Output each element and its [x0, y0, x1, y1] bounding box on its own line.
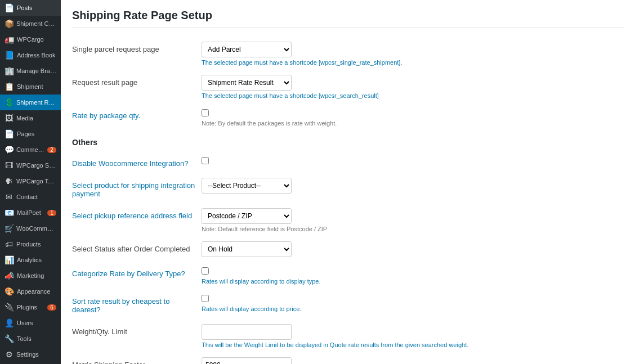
label-request-result: Request result page [72, 70, 202, 104]
sidebar-label-contact: Contact [16, 194, 38, 200]
mailpoet-icon: 📧 [5, 208, 14, 217]
row-single-parcel: Single parcel request page Add ParcelHom… [72, 37, 624, 70]
label-disable-woo: Disable Woocommerce Integration? [72, 151, 202, 173]
input-metric-shipping[interactable] [202, 357, 292, 364]
others-form-table: Disable Woocommerce Integration? Select … [72, 151, 624, 364]
analytics-icon: 📊 [5, 255, 14, 264]
sidebar-label-posts: Posts [17, 5, 33, 11]
label-sort-rate: Sort rate result by cheapest to dearest? [72, 289, 202, 320]
sidebar-item-pages[interactable]: 📄Pages [0, 126, 61, 142]
row-metric-shipping: Metric Shipping Factor Use as divisor in… [72, 353, 624, 364]
sidebar-label-analytics: Analytics [17, 257, 42, 263]
note-pickup-ref: Note: Default reference field is Postcod… [202, 226, 624, 232]
sidebar-item-media[interactable]: 🖼Media [0, 110, 61, 126]
sidebar-item-manage-branches[interactable]: 🏢Manage Branches [0, 63, 61, 79]
input-weight-qty-limit[interactable] [202, 324, 292, 340]
wpcargo-icon: 🚛 [5, 35, 14, 44]
pages-icon: 📄 [5, 129, 14, 138]
label-rate-by-package: Rate by package qty. [72, 104, 202, 131]
select-single-parcel[interactable]: Add ParcelHomeAbout [202, 42, 292, 57]
sidebar-label-wpcargo-sliders: WPCargo Sliders [16, 162, 56, 169]
sidebar-item-tools[interactable]: 🔧Tools [0, 331, 61, 347]
sidebar-item-analytics[interactable]: 📊Analytics [0, 252, 61, 268]
sidebar-item-shipment[interactable]: 📋Shipment [0, 79, 61, 95]
sidebar-label-marketing: Marketing [17, 272, 44, 279]
sidebar-item-marketing[interactable]: 📣Marketing [0, 268, 61, 284]
sidebar-item-users[interactable]: 👤Users [0, 315, 61, 331]
appearance-icon: 🎨 [5, 287, 14, 296]
sidebar-item-products[interactable]: 🏷Products [0, 236, 61, 252]
row-request-result: Request result page Shipment Rate Result… [72, 70, 624, 104]
sidebar-label-shipment-rates: Shipment Rates [16, 99, 56, 106]
row-rate-by-package: Rate by package qty. Note: By default th… [72, 104, 624, 131]
sidebar-item-contact[interactable]: ✉Contact [0, 189, 61, 205]
sidebar-item-wpcargo[interactable]: 🚛WPCargo [0, 32, 61, 47]
note-rate-by-package: Note: By default the packages is rate wi… [202, 120, 624, 127]
sidebar-label-mailpoet: MailPoet [17, 209, 41, 216]
address-book-icon: 📘 [5, 51, 14, 60]
sidebar-label-address-book: Address Book [17, 52, 55, 59]
sidebar-label-tools: Tools [17, 335, 32, 342]
sidebar-item-comments[interactable]: 💬Comments2 [0, 142, 61, 158]
plugins-icon: 🔌 [5, 303, 14, 312]
sidebar-label-users: Users [17, 320, 33, 326]
posts-icon: 📄 [5, 3, 14, 12]
sidebar-item-address-book[interactable]: 📘Address Book [0, 47, 61, 63]
row-disable-woo: Disable Woocommerce Integration? [72, 151, 624, 173]
woocommerce-icon: 🛒 [5, 224, 14, 233]
wpcargo-sliders-icon: 🎞 [5, 161, 14, 170]
select-status-after-order[interactable]: On HoldProcessingCompleted [202, 241, 292, 257]
sidebar-label-plugins: Plugins [17, 304, 37, 311]
checkbox-disable-woo[interactable] [202, 157, 209, 164]
sidebar-label-woocommerce: WooCommerce [16, 225, 56, 232]
badge-mailpoet: 1 [47, 210, 56, 216]
sidebar-item-shipment-rates[interactable]: 💲Shipment Rates [0, 95, 61, 110]
sidebar-item-plugins[interactable]: 🔌Plugins6 [0, 299, 61, 315]
checkbox-categorize-rate[interactable] [202, 267, 209, 275]
label-categorize-rate: Categorize Rate by Delivery Type? [72, 262, 202, 289]
shipment-container-icon: 📦 [5, 19, 14, 28]
sidebar-item-settings[interactable]: ⚙Settings [0, 347, 61, 362]
sidebar-label-appearance: Appearance [17, 288, 50, 295]
sidebar-label-wpcargo: WPCargo [17, 36, 44, 43]
sidebar-label-shipment: Shipment [17, 83, 43, 90]
select-request-result[interactable]: Shipment Rate ResultHomeAbout [202, 75, 292, 91]
sidebar-item-appearance[interactable]: 🎨Appearance [0, 284, 61, 299]
label-select-product: Select product for shipping integration … [72, 173, 202, 204]
contact-icon: ✉ [5, 192, 14, 201]
sidebar-label-manage-branches: Manage Branches [16, 68, 56, 74]
row-sort-rate: Sort rate result by cheapest to dearest?… [72, 289, 624, 320]
note-sort-rate: Rates will display according to price. [202, 305, 624, 312]
users-icon: 👤 [5, 318, 14, 327]
row-categorize-rate: Categorize Rate by Delivery Type? Rates … [72, 262, 624, 289]
hint-weight-qty: This will be the Weight Limit to be disp… [202, 341, 624, 348]
sidebar-label-pages: Pages [17, 131, 34, 137]
sidebar-item-mailpoet[interactable]: 📧MailPoet1 [0, 205, 61, 221]
shipment-icon: 📋 [5, 82, 14, 91]
sidebar-item-shipment-container[interactable]: 📦Shipment Container [0, 16, 61, 32]
sidebar-label-comments: Comments [16, 146, 44, 153]
sidebar-item-wpcargo-testimonials[interactable]: 🗣WPCargo Testimonials [0, 173, 61, 189]
marketing-icon: 📣 [5, 271, 14, 280]
badge-plugins: 6 [47, 304, 56, 311]
row-pickup-ref: Select pickup reference address field Po… [72, 204, 624, 237]
sidebar-item-wpcargo-sliders[interactable]: 🎞WPCargo Sliders [0, 158, 61, 173]
select-product[interactable]: --Select Product--Product AProduct B [202, 178, 292, 194]
products-icon: 🏷 [5, 240, 14, 249]
manage-branches-icon: 🏢 [5, 66, 14, 75]
checkbox-rate-by-package[interactable] [202, 109, 209, 116]
sidebar: 📄Posts📦Shipment Container🚛WPCargo📘Addres… [0, 0, 61, 364]
label-weight-qty-limit: Weight/Qty. Limit [72, 320, 202, 353]
hint-request-result: The selected page must have a shortcode … [202, 92, 624, 99]
sidebar-label-media: Media [16, 115, 33, 122]
label-single-parcel: Single parcel request page [72, 37, 202, 70]
select-pickup-ref[interactable]: Postcode / ZIPCityState [202, 208, 292, 224]
others-section-title: Others [72, 138, 624, 147]
sidebar-label-products: Products [16, 241, 41, 248]
sidebar-item-woocommerce[interactable]: 🛒WooCommerce [0, 221, 61, 236]
main-content: Shipping Rate Page Setup Single parcel r… [61, 0, 635, 364]
row-weight-qty-limit: Weight/Qty. Limit This will be the Weigh… [72, 320, 624, 353]
label-status-after-order: Select Status after Order Completed [72, 237, 202, 262]
checkbox-sort-rate[interactable] [202, 295, 209, 302]
sidebar-item-posts[interactable]: 📄Posts [0, 0, 61, 16]
